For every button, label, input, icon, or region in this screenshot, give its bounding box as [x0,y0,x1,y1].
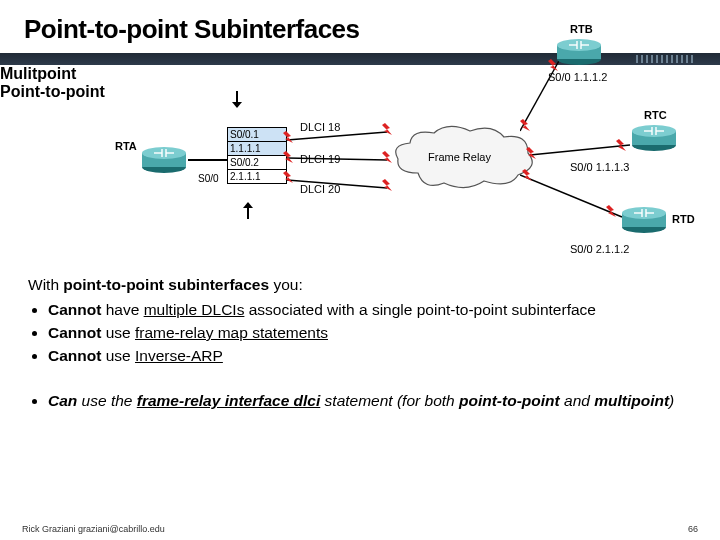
svg-point-23 [557,39,601,51]
svg-marker-8 [283,171,293,183]
table-cell: S0/0.1 [227,127,287,142]
svg-line-5 [287,180,387,188]
svg-marker-18 [616,139,626,151]
table-cell: S0/0.2 [227,156,287,170]
svg-marker-20 [606,205,616,217]
svg-line-3 [287,132,387,140]
page-number: 66 [688,524,698,534]
router-rtb [555,37,603,67]
footer-author: Rick Graziani graziani@cabrillo.edu [22,524,165,534]
svg-line-4 [287,158,387,160]
list-item: Cannot have multiple DLCIs associated wi… [48,300,692,321]
svg-marker-15 [520,119,530,131]
svg-marker-19 [522,169,532,181]
router-rtd [620,205,668,235]
svg-point-2 [142,147,186,159]
list-item: Cannot use frame-relay map statements [48,323,692,344]
subinterface-table: S0/0.1 1.1.1.1 S0/0.2 2.1.1.1 [227,127,287,184]
footer: Rick Graziani graziani@cabrillo.edu 66 [22,524,698,534]
lightning-icon [283,131,293,149]
cloud-label: Frame Relay [428,151,491,163]
router-label-rtc: RTC [644,109,667,121]
bullet-list: Cannot have multiple DLCIs associated wi… [28,300,692,367]
intro-line: With point-to-point subinterfaces you: [28,275,692,296]
bullet-list-2: Can use the frame-relay interface dlci s… [28,391,692,412]
svg-marker-6 [283,131,293,143]
arrow-icon [236,91,238,107]
router-rta [140,145,188,175]
svg-point-29 [622,207,666,219]
list-item: Cannot use Inverse-ARP [48,346,692,367]
list-item: Can use the frame-relay interface dlci s… [48,391,692,412]
if-rtb: S0/0 1.1.1.2 [548,71,607,83]
router-label-rta: RTA [115,140,137,152]
svg-point-26 [632,125,676,137]
svg-marker-7 [283,151,293,163]
svg-marker-17 [526,147,536,159]
router-label-rtb: RTB [570,23,593,35]
title-bar: Point-to-point Subinterfaces [0,0,720,49]
lightning-icon [283,151,293,169]
network-diagram: Mulitpoint Point-to-point RTA S0/0 S0/0.… [0,65,720,265]
router-label-rtd: RTD [672,213,695,225]
lightning-icon [526,147,536,165]
rta-interface: S0/0 [198,173,219,184]
body-text: With point-to-point subinterfaces you: C… [0,265,720,412]
table-cell: 1.1.1.1 [227,142,287,156]
arrow-icon [247,203,249,219]
wire [188,159,227,161]
lightning-icon [616,139,626,157]
if-rtd: S0/0 2.1.1.2 [570,243,629,255]
table-cell: 2.1.1.1 [227,170,287,184]
router-rtc [630,123,678,153]
lightning-icon [520,119,530,137]
if-rtc: S0/0 1.1.1.3 [570,161,629,173]
svg-line-13 [530,145,630,155]
lightning-icon [606,205,616,223]
lightning-icon [283,171,293,189]
lightning-icon [522,169,532,187]
